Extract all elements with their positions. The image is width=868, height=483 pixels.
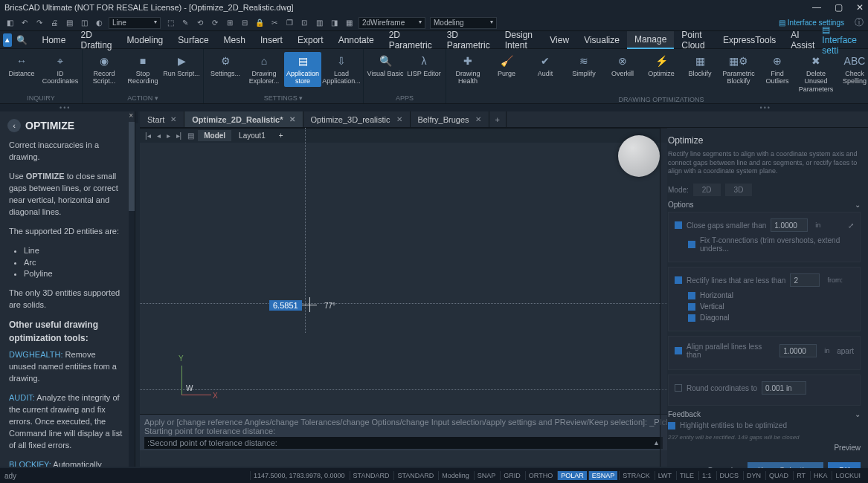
layout-list-icon[interactable]: ▤	[185, 132, 196, 140]
ribbon-audit[interactable]: ✔Audit	[527, 52, 564, 79]
status-toggle-tile[interactable]: TILE	[676, 471, 697, 480]
chevron-down-icon[interactable]: ⌄	[855, 410, 861, 418]
mode-2d-button[interactable]: 2D	[693, 184, 721, 196]
menu-item-view[interactable]: View	[542, 32, 576, 48]
window-close[interactable]: ✕	[856, 2, 864, 13]
menu-item-manage[interactable]: Manage	[627, 31, 674, 49]
ribbon-load-application-[interactable]: ⇩Load Application...	[323, 52, 360, 87]
layout-last-icon[interactable]: ▸|	[174, 132, 184, 140]
menu-item-mesh[interactable]: Mesh	[216, 32, 253, 48]
status-toggle-ortho[interactable]: ORTHO	[525, 471, 556, 480]
status-toggle-hka[interactable]: HKA	[810, 471, 831, 480]
qat-icon[interactable]: 🔒	[254, 18, 265, 28]
menu-item-3d-parametric[interactable]: 3D Parametric	[440, 27, 498, 54]
menu-item-home[interactable]: Home	[35, 32, 74, 48]
layout-tab-model[interactable]: Model	[198, 130, 231, 141]
ribbon-lisp-editor[interactable]: λLISP Editor	[405, 52, 443, 79]
round-checkbox[interactable]	[675, 384, 682, 392]
ribbon-stop-recording[interactable]: ■Stop Recording	[124, 52, 161, 87]
status-field[interactable]: STANDARD	[393, 471, 437, 480]
menu-item-ai-assist[interactable]: AI Assist	[783, 27, 822, 54]
ribbon-purge[interactable]: 🧹Purge	[488, 52, 525, 79]
qat-icon[interactable]: ↶	[19, 18, 30, 28]
status-toggle-rt[interactable]: RT	[793, 471, 808, 480]
align-input[interactable]	[779, 344, 817, 357]
ribbon-run-script-[interactable]: ▶Run Script...	[163, 52, 200, 79]
document-tab[interactable]: Belfry_Bruges✕	[411, 111, 489, 127]
back-button[interactable]: ‹	[7, 119, 21, 132]
ribbon-delete-unused-parameters[interactable]: ✖Delete Unused Parameters	[797, 52, 835, 94]
tab-close-icon[interactable]: ✕	[170, 115, 176, 123]
window-minimize[interactable]: —	[812, 2, 821, 13]
layout-first-icon[interactable]: |◂	[143, 132, 153, 140]
app-logo[interactable]: ▲	[3, 33, 12, 47]
ribbon-id-coordinates[interactable]: ⌖ID Coordinates	[42, 52, 79, 87]
qat-icon[interactable]: ⬚	[165, 18, 176, 28]
diagonal-checkbox[interactable]	[688, 314, 695, 322]
command-line[interactable]: Apply or [change reference Angles/change…	[140, 414, 667, 450]
ribbon-drawing-health[interactable]: ✚Drawing Health	[449, 52, 486, 87]
layout-prev-icon[interactable]: ◂	[155, 132, 163, 140]
horizontal-checkbox[interactable]	[688, 292, 695, 299]
qat-icon[interactable]: ⊟	[239, 18, 250, 28]
layout-add-button[interactable]: +	[273, 130, 289, 141]
command-expand-icon[interactable]: ▲	[653, 439, 660, 447]
search-icon[interactable]: 🔍	[16, 35, 28, 45]
ribbon-visual-basic[interactable]: 🔍Visual Basic	[367, 52, 404, 79]
status-toggle-snap[interactable]: SNAP	[474, 471, 499, 480]
drawing-canvas[interactable]: 6.5851 77° WXY Apply or [change referenc…	[140, 128, 667, 467]
new-tab-button[interactable]: +	[489, 111, 507, 127]
document-tab[interactable]: Optimize_2D_Realistic*✕	[184, 111, 303, 127]
qat-icon[interactable]: ▥	[314, 18, 324, 28]
ribbon-drawing-explorer-[interactable]: ⌂Drawing Explorer...	[245, 52, 283, 87]
menu-item-surface[interactable]: Surface	[170, 32, 216, 48]
document-tab[interactable]: Start✕	[140, 111, 184, 127]
ribbon-application-store[interactable]: ▤Application store	[284, 52, 321, 87]
interface-right-link[interactable]: ▤ Interface setti	[822, 25, 865, 56]
ribbon-check-spelling[interactable]: ABCCheck Spelling	[836, 52, 868, 87]
round-input[interactable]	[762, 381, 806, 395]
status-field[interactable]: Modeling	[438, 471, 472, 480]
tab-close-icon[interactable]: ✕	[289, 115, 295, 123]
ribbon-distance[interactable]: ↔Distance	[3, 52, 40, 79]
fix-t-checkbox[interactable]	[688, 241, 695, 248]
align-checkbox[interactable]	[675, 347, 682, 354]
menu-item-point-cloud[interactable]: Point Cloud	[674, 27, 716, 54]
ribbon-optimize[interactable]: ⚡Optimize	[643, 52, 680, 79]
ribbon-blockify[interactable]: ▦Blockify	[681, 52, 718, 79]
menu-item-modeling[interactable]: Modeling	[120, 32, 171, 48]
document-tab[interactable]: Optimize_3D_realistic✕	[303, 111, 411, 127]
status-toggle-esnap[interactable]: ESNAP	[588, 471, 618, 480]
chevron-down-icon[interactable]: ⌄	[855, 201, 861, 209]
menu-item-2d-drafting[interactable]: 2D Drafting	[74, 27, 120, 54]
qat-icon[interactable]: ✂	[269, 18, 280, 28]
rectify-input[interactable]	[790, 273, 820, 287]
status-field[interactable]: STANDARD	[350, 471, 393, 480]
panel-undock-icon[interactable]: ×	[129, 111, 133, 120]
window-maximize[interactable]: ▢	[835, 2, 843, 13]
qat-icon[interactable]: ✎	[180, 18, 190, 28]
qat-icon[interactable]: ◧	[4, 18, 15, 28]
status-toggle-grid[interactable]: GRID	[500, 471, 524, 480]
status-toggle-quad[interactable]: QUAD	[765, 471, 791, 480]
qat-icon[interactable]: ⟳	[210, 18, 220, 28]
ribbon-record-script-[interactable]: ◉Record Script...	[86, 52, 123, 87]
close-gaps-input[interactable]	[771, 218, 808, 232]
menu-item-design-intent[interactable]: Design Intent	[498, 27, 543, 54]
ribbon-settings-[interactable]: ⚙Settings...	[207, 52, 244, 79]
pick-icon[interactable]: ⤢	[848, 221, 854, 230]
mode-3d-button[interactable]: 3D	[725, 184, 753, 196]
ribbon-find-outliers[interactable]: ⊕Find Outliers	[759, 52, 796, 87]
qat-icon[interactable]: 🖨	[49, 18, 60, 28]
close-gaps-checkbox[interactable]	[675, 221, 682, 229]
menu-item-2d-parametric[interactable]: 2D Parametric	[382, 27, 440, 54]
menu-item-expresstools[interactable]: ExpressTools	[716, 32, 783, 48]
qat-icon[interactable]: ⊡	[299, 18, 309, 28]
qat-icon[interactable]: ❐	[284, 18, 295, 28]
vertical-checkbox[interactable]	[688, 303, 695, 311]
coordinates-readout[interactable]: 1147.5000, 1783.9978, 0.0000	[250, 471, 348, 480]
status-toggle-ducs[interactable]: DUCS	[716, 471, 742, 480]
tab-close-icon[interactable]: ✕	[396, 115, 402, 123]
navigation-ball[interactable]	[618, 135, 660, 177]
status-toggle-strack[interactable]: STRACK	[619, 471, 653, 480]
